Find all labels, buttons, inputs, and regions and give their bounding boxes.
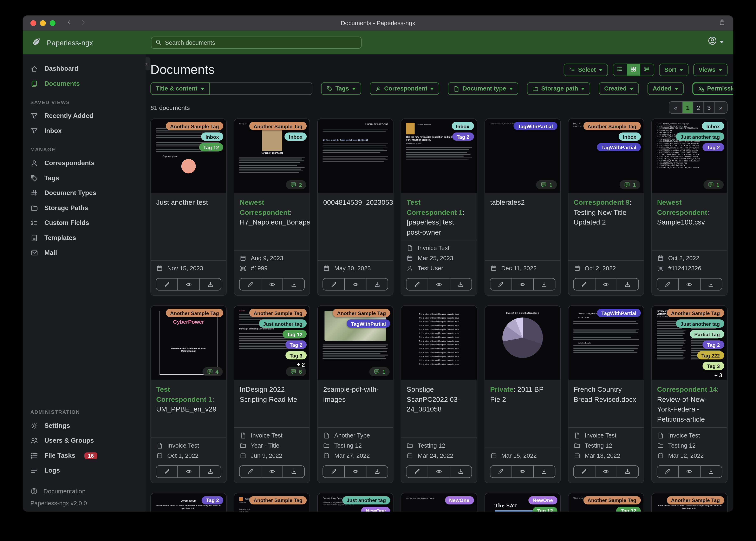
tag-badge[interactable]: Just another tag xyxy=(676,133,724,141)
view-button[interactable] xyxy=(511,466,533,477)
title-content-input[interactable] xyxy=(210,83,312,95)
pagination-next[interactable]: » xyxy=(714,102,727,113)
document-card[interactable]: Medical TeacherHas the new Kirkpatrick g… xyxy=(401,119,477,296)
document-title[interactable]: Correspondent 14: Review-of-New-York-Fed… xyxy=(652,380,727,427)
document-preview[interactable]: Lorem ipsumLorem ipsum dolor sit amet, c… xyxy=(652,493,727,512)
download-button[interactable] xyxy=(700,278,722,290)
document-card[interactable]: Serial Number,Company Name,Employe978818… xyxy=(651,119,728,296)
sidebar-item-users-groups[interactable]: Users & Groups xyxy=(23,433,146,448)
download-button[interactable] xyxy=(450,278,471,290)
tag-badge[interactable]: Inbox xyxy=(451,122,474,130)
view-button[interactable] xyxy=(678,466,700,477)
document-preview[interactable]: Serial Number,Company Name,Employe978818… xyxy=(652,119,727,193)
sidebar-item-file-tasks[interactable]: File Tasks16 xyxy=(23,448,146,463)
views-button[interactable]: Views xyxy=(693,63,728,76)
edit-button[interactable] xyxy=(240,278,261,290)
tag-badge[interactable]: TagWithPartial xyxy=(347,319,390,328)
comments-badge[interactable]: 6 xyxy=(286,367,306,376)
document-card[interactable]: Review of Arbitral Awards Shows Swift Re… xyxy=(651,305,728,483)
sidebar-item-templates[interactable]: Templates xyxy=(23,230,146,245)
document-title[interactable]: InDesign 2022 Scripting Read Me xyxy=(234,380,310,427)
document-card[interactable]: Test Name12-xx-789January 3, 2022July 14… xyxy=(234,493,310,512)
document-preview[interactable]: CyberPowerPowerPanel® Business EditionUs… xyxy=(151,306,226,380)
document-card[interactable]: AdobeInDesign Scripting DocumentationAno… xyxy=(234,305,310,483)
edit-button[interactable] xyxy=(657,466,678,477)
view-button[interactable] xyxy=(595,466,617,477)
sidebar-item-documents[interactable]: Documents xyxy=(23,76,146,91)
edit-button[interactable] xyxy=(574,278,595,290)
document-card[interactable]: ❖ BANK OF SCOTLAND2,0 % p. a. auf Ihr Ta… xyxy=(317,119,394,296)
tag-badge[interactable]: Just another tag xyxy=(676,319,724,328)
view-button[interactable] xyxy=(428,278,450,290)
tag-badge[interactable]: Another Sample Tag xyxy=(583,122,641,130)
edit-button[interactable] xyxy=(490,466,511,477)
view-button[interactable] xyxy=(344,466,366,477)
tag-badge[interactable]: Another Sample Tag xyxy=(667,496,724,504)
sidebar-item-document-types[interactable]: Document Types xyxy=(23,186,146,201)
view-button[interactable] xyxy=(344,278,366,290)
document-preview[interactable]: This is a test for the double space char… xyxy=(401,306,477,380)
documentation-link[interactable]: Documentation xyxy=(23,485,146,497)
tag-badge[interactable]: Tag 3 xyxy=(703,362,724,370)
view-button[interactable] xyxy=(678,278,700,290)
comments-badge[interactable]: 1 xyxy=(620,180,640,189)
view-button[interactable] xyxy=(595,278,617,290)
title-content-button[interactable]: Title & content xyxy=(150,83,209,95)
document-preview[interactable]: AdobeInDesign Scripting DocumentationAno… xyxy=(234,306,310,380)
storage-path-filter-button[interactable]: Storage path xyxy=(527,83,590,95)
document-title[interactable]: 2sample-pdf-with-images xyxy=(318,380,393,427)
tag-badge[interactable]: Another Sample Tag xyxy=(166,122,223,130)
document-title[interactable]: Private: 2011 BP Pie 2 xyxy=(485,380,560,447)
document-card[interactable]: CyberPowerPowerPanel® Business EditionUs… xyxy=(150,305,227,483)
share-icon[interactable] xyxy=(718,19,726,28)
tag-badge[interactable]: NewOne xyxy=(361,507,390,511)
tag-badge[interactable]: Another Sample Tag xyxy=(583,496,641,504)
document-card[interactable]: Adobe Acrobat PDF FilesCupcake ipsumAnot… xyxy=(150,119,227,296)
edit-button[interactable] xyxy=(323,466,344,477)
document-card[interactable]: one,1.0five,5.0Another Sample TagInboxTa… xyxy=(568,119,644,296)
document-card[interactable]: Contact Sheet DemoGiven a set of image f… xyxy=(317,493,394,512)
tag-badge[interactable]: Tag 12 xyxy=(616,507,641,511)
tag-badge[interactable]: Another Sample Tag xyxy=(249,496,307,504)
document-title[interactable]: Correspondent 9: Testing New Title Updat… xyxy=(568,193,644,261)
list-view-button[interactable] xyxy=(613,64,627,76)
document-title[interactable]: Sonstige ScanPC2022 03-24_081058 xyxy=(401,380,477,437)
user-menu[interactable] xyxy=(708,36,724,47)
brand[interactable]: Paperless-ngx xyxy=(31,36,146,49)
document-card[interactable]: Country,Region/State,"Territory",VariabT… xyxy=(484,119,561,296)
download-button[interactable] xyxy=(366,278,388,290)
document-title[interactable]: Test Correspondent 1: UM_PPBE_en_v29 xyxy=(151,380,226,437)
tag-badge[interactable]: TagWithPartial xyxy=(514,122,557,130)
document-title[interactable]: Newest Correspondent: Sample100.csv xyxy=(652,193,727,250)
sidebar-item-settings[interactable]: Settings xyxy=(23,418,146,433)
document-preview[interactable]: Review of Arbitral Awards Shows Swift Re… xyxy=(652,306,727,380)
tag-badge[interactable]: Inbox xyxy=(702,122,724,130)
tag-badge[interactable]: Another Sample Tag xyxy=(166,309,223,317)
document-preview[interactable]: This is a multi page document. Page 1.Ne… xyxy=(401,493,477,512)
correspondent-filter-button[interactable]: Correspondent xyxy=(370,83,439,95)
sidebar-item-tags[interactable]: Tags xyxy=(23,171,146,185)
download-button[interactable] xyxy=(199,278,221,290)
edit-button[interactable] xyxy=(407,278,428,290)
document-preview[interactable]: Contact Sheet DemoGiven a set of image f… xyxy=(318,493,393,512)
tag-badge[interactable]: Inbox xyxy=(285,133,307,141)
search-input[interactable] xyxy=(165,39,357,46)
tag-badge[interactable]: Just another tag xyxy=(259,319,307,328)
document-preview[interactable]: Adobe Acrobat PDF FilesCupcake ipsumAnot… xyxy=(151,119,226,193)
document-preview[interactable]: ❖ BANK OF SCOTLAND2,0 % p. a. auf Ihr Ta… xyxy=(318,119,393,193)
detail-view-button[interactable] xyxy=(640,64,654,76)
sidebar-collapse-button[interactable]: « xyxy=(146,57,150,70)
view-button[interactable] xyxy=(261,466,283,477)
comments-badge[interactable]: 1 xyxy=(703,180,724,189)
document-card[interactable]: Lorem ipsumLorem ipsum dolor sit amet, c… xyxy=(651,493,728,512)
document-preview[interactable]: Lorem ipsumLorem ipsum dolor sit amet, c… xyxy=(151,493,226,512)
edit-button[interactable] xyxy=(156,466,177,477)
document-title[interactable]: Just another test xyxy=(151,193,226,261)
document-preview[interactable]: one,1.0five,5.0Another Sample TagInboxTa… xyxy=(568,119,644,193)
pagination-page-1[interactable]: 1 xyxy=(682,102,693,113)
comments-badge[interactable]: 1 xyxy=(369,367,390,376)
document-card[interactable]: Another Sample TagTagWithPartial12sample… xyxy=(317,305,394,483)
view-button[interactable] xyxy=(511,278,533,290)
document-preview[interactable]: Medical TeacherHas the new Kirkpatrick g… xyxy=(401,119,477,193)
document-title[interactable]: tablerates2 xyxy=(485,193,560,261)
